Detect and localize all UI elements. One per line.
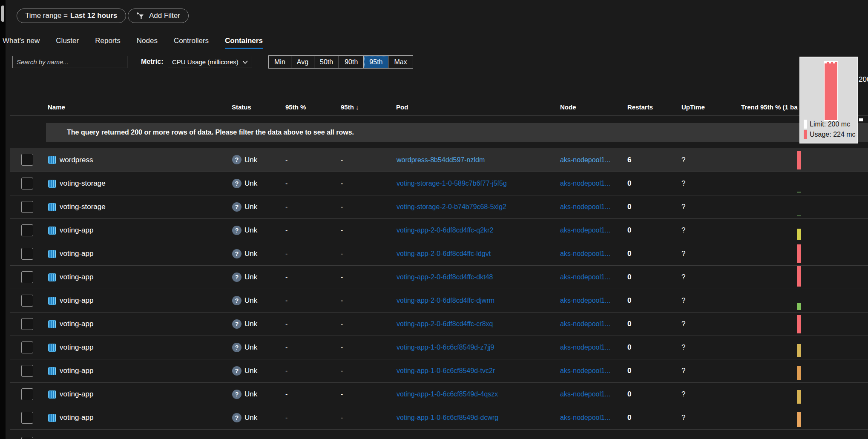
tab-cluster[interactable]: Cluster (56, 37, 79, 49)
status-text: Unk (244, 320, 257, 328)
trend-bar (797, 229, 801, 240)
node-link[interactable]: aks-nodepool1... (560, 180, 610, 187)
restarts-value: 0 (627, 367, 631, 375)
row-checkbox[interactable] (21, 201, 33, 213)
pod-link[interactable]: voting-app-1-0-6c6cf8549d-tvc2r (397, 367, 495, 375)
pod-link[interactable]: voting-app-1-0-6c6cf8549d-4qszx (397, 390, 498, 398)
row-checkbox[interactable] (21, 248, 33, 260)
node-link[interactable]: aks-nodepool1... (560, 297, 610, 304)
pod-link[interactable]: voting-app-2-0-6df8cd4ffc-cr8xq (397, 320, 493, 328)
tooltip-usage-legend: Usage: 224 mc (804, 130, 856, 139)
row-checkbox[interactable] (21, 295, 33, 307)
status-unknown-icon: ? (232, 343, 241, 352)
percentile-button-max[interactable]: Max (388, 56, 412, 68)
status-text: Unk (244, 296, 257, 305)
add-filter-button[interactable]: Add Filter (128, 9, 189, 23)
node-link[interactable]: aks-nodepool1... (560, 390, 610, 398)
row-checkbox[interactable] (21, 224, 33, 236)
container-name: voting-app (60, 250, 93, 258)
table-row[interactable]: voting-storage?Unk--voting-storage-1-0-5… (10, 172, 868, 195)
node-link[interactable]: aks-nodepool1... (560, 250, 610, 258)
row-checkbox[interactable] (21, 412, 33, 424)
percentile-button-95th[interactable]: 95th (363, 56, 388, 68)
p95-percent-value: - (285, 203, 287, 211)
pod-link[interactable]: voting-storage-1-0-589c7b6f77-j5f5g (397, 180, 507, 187)
table-row[interactable]: voting-app?Unk--voting-app-2-0-6df8cd4ff… (10, 312, 868, 336)
row-checkbox[interactable] (21, 365, 33, 377)
column-header-pod[interactable]: Pod (396, 100, 408, 115)
node-link[interactable]: aks-nodepool1... (560, 273, 610, 281)
table-row[interactable]: voting-app?Unk--voting-app-2-0-6df8cd4ff… (10, 289, 868, 312)
node-link[interactable]: aks-nodepool1... (560, 203, 610, 211)
pod-link[interactable]: voting-app-2-0-6df8cd4ffc-q2kr2 (397, 227, 493, 234)
node-link[interactable]: aks-nodepool1... (560, 320, 610, 328)
uptime-value: ? (681, 296, 685, 305)
scrollbar-thumb[interactable] (1, 6, 4, 22)
table-row[interactable]: voting-app?Unk--voting-app-1-0-6c6cf8549… (10, 406, 868, 429)
clipped-axis-label: 200 (859, 75, 868, 84)
table-row[interactable]: voting-app?Unk--voting-app-1-0-6c6cf8549… (10, 359, 868, 382)
tab-containers[interactable]: Containers (225, 37, 263, 49)
container-name: voting-storage (60, 179, 106, 188)
table-row[interactable]: voting-app?Unk--voting-app-2-0-6df8cd4ff… (10, 265, 868, 289)
pod-link[interactable]: voting-app-2-0-6df8cd4ffc-dkt48 (397, 273, 493, 281)
search-input[interactable] (12, 56, 127, 68)
table-row[interactable]: voting-storage?Unk--voting-storage-2-0-b… (10, 195, 868, 218)
pod-link[interactable]: voting-app-2-0-6df8cd4ffc-ldgvt (397, 250, 491, 258)
column-header-name[interactable]: Name (48, 100, 65, 115)
pod-link[interactable]: wordpress-8b54dd597-nzldm (397, 156, 485, 164)
pod-link[interactable]: voting-app-2-0-6df8cd4ffc-djwrm (397, 297, 494, 304)
tab-nodes[interactable]: Nodes (137, 37, 158, 49)
percentile-button-90th[interactable]: 90th (339, 56, 363, 68)
column-header-p95pct[interactable]: 95th % (285, 100, 306, 115)
node-link[interactable]: aks-nodepool1... (560, 344, 610, 351)
status-text: Unk (244, 203, 257, 211)
table-row[interactable]: voting-app?Unk--voting-app-2-0-6df8cd4ff… (10, 242, 868, 265)
node-link[interactable]: aks-nodepool1... (560, 227, 610, 234)
uptime-value: ? (681, 320, 685, 328)
percentile-button-avg[interactable]: Avg (291, 56, 314, 68)
tab-reports[interactable]: Reports (95, 37, 121, 49)
row-checkbox[interactable] (21, 318, 33, 330)
column-header-node[interactable]: Node (560, 100, 576, 115)
node-link[interactable]: aks-nodepool1... (560, 367, 610, 375)
p95-percent-value: - (285, 297, 287, 304)
status-text: Unk (244, 250, 257, 258)
table-row-partial[interactable] (10, 429, 868, 439)
column-header-restarts[interactable]: Restarts (627, 100, 653, 115)
row-checkbox[interactable] (21, 178, 33, 189)
percentile-button-50th[interactable]: 50th (314, 56, 339, 68)
status-text: Unk (244, 179, 257, 188)
row-checkbox[interactable] (21, 437, 33, 439)
column-header-uptime[interactable]: UpTime (681, 100, 705, 115)
pod-link[interactable]: voting-app-1-0-6c6cf8549d-dcwrg (397, 414, 498, 422)
tooltip-usage-bar (824, 61, 838, 121)
container-name: voting-app (60, 413, 93, 422)
row-checkbox[interactable] (21, 154, 33, 166)
time-range-filter-pill[interactable]: Time range = Last 12 hours (17, 9, 126, 23)
column-header-status[interactable]: Status (232, 100, 251, 115)
row-checkbox[interactable] (21, 271, 33, 283)
tab-what-s-new[interactable]: What's new (3, 37, 40, 49)
pod-link[interactable]: voting-storage-2-0-b74b79c68-5xlg2 (397, 203, 506, 211)
metric-dropdown[interactable]: CPU Usage (millicores) (168, 56, 252, 68)
pod-link[interactable]: voting-app-1-0-6c6cf8549d-z7jj9 (397, 344, 494, 351)
column-header-trend[interactable]: Trend 95th % (1 ba (741, 100, 798, 115)
table-row[interactable]: voting-app?Unk--voting-app-1-0-6c6cf8549… (10, 336, 868, 359)
table-row[interactable]: wordpress?Unk--wordpress-8b54dd597-nzldm… (10, 148, 868, 172)
p95-percent-value: - (285, 227, 287, 234)
row-checkbox[interactable] (21, 341, 33, 353)
tab-controllers[interactable]: Controllers (174, 37, 209, 49)
node-link[interactable]: aks-nodepool1... (560, 156, 610, 164)
node-link[interactable]: aks-nodepool1... (560, 414, 610, 422)
restarts-value: 0 (627, 320, 631, 328)
p95-percent-value: - (285, 156, 287, 164)
status-unknown-icon: ? (232, 155, 241, 164)
trend-bar (797, 366, 801, 380)
restarts-value: 0 (627, 179, 631, 188)
table-row[interactable]: voting-app?Unk--voting-app-1-0-6c6cf8549… (10, 382, 868, 406)
percentile-button-min[interactable]: Min (269, 56, 291, 68)
column-header-p95[interactable]: 95th ↓ (341, 100, 359, 115)
row-checkbox[interactable] (21, 388, 33, 400)
table-row[interactable]: voting-app?Unk--voting-app-2-0-6df8cd4ff… (10, 218, 868, 242)
